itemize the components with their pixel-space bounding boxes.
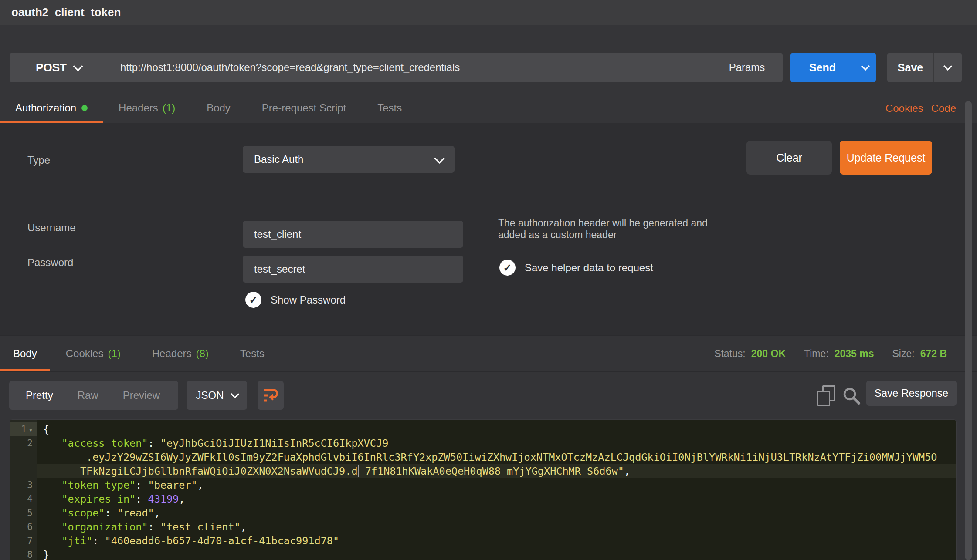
password-label: Password [27, 256, 73, 269]
size-value: 672 B [920, 348, 947, 360]
response-tab-tests[interactable]: Tests [224, 336, 280, 371]
save-button-group: Save [887, 53, 962, 82]
code-line[interactable]: 2 "access_token": "eyJhbGciOiJIUzI1NiIsI… [10, 436, 956, 450]
time-value: 2035 ms [835, 348, 874, 360]
code-text[interactable]: } [37, 548, 956, 560]
code-text[interactable]: "organization": "test_client", [37, 520, 956, 534]
method-dropdown[interactable]: POST [10, 53, 108, 82]
send-button-group: Send [790, 53, 876, 82]
response-body-editor[interactable]: 1▾{2 "access_token": "eyJhbGciOiJIUzI1Ni… [10, 419, 957, 560]
code-link[interactable]: Code [931, 102, 956, 115]
update-request-button[interactable]: Update Request [840, 141, 932, 175]
view-mode-group: PrettyRawPreview [9, 381, 178, 410]
response-toolbar: PrettyRawPreview JSON [0, 371, 977, 419]
title-bar: oauth2_client_token [0, 0, 977, 25]
clear-button[interactable]: Clear [746, 141, 832, 175]
code-text[interactable]: "access_token": "eyJhbGciOiJIUzI1NiIsInR… [37, 436, 956, 450]
response-tab-headers-label: Headers [152, 347, 192, 360]
send-button[interactable]: Send [790, 53, 855, 82]
code-line[interactable]: 7 "jti": "460eadd6-b657-4d70-a1cf-41bcac… [10, 534, 956, 548]
show-password-checkbox[interactable]: ✓ [245, 292, 261, 308]
line-number-gutter: 8 [10, 548, 37, 560]
code-text[interactable]: "token_type": "bearer", [37, 478, 956, 492]
type-label: Type [27, 154, 50, 166]
auth-type-select[interactable]: Basic Auth [243, 146, 455, 173]
code-line[interactable]: 4 "expires_in": 43199, [10, 492, 956, 506]
size-label: Size: [892, 348, 914, 360]
cookies-link[interactable]: Cookies [885, 102, 923, 115]
request-tab-headers-count: (1) [163, 102, 175, 114]
auth-type-value: Basic Auth [254, 153, 303, 165]
password-input[interactable] [243, 256, 463, 283]
chevron-down-icon [861, 62, 870, 71]
request-tab-headers-label: Headers [119, 102, 158, 114]
line-number-gutter: 2 [10, 436, 37, 450]
code-line[interactable]: 6 "organization": "test_client", [10, 520, 956, 534]
response-tab-body[interactable]: Body [0, 336, 50, 371]
url-input[interactable] [108, 61, 711, 74]
save-response-button[interactable]: Save Response [866, 381, 957, 406]
save-dropdown[interactable] [933, 53, 962, 82]
check-icon: ✓ [503, 263, 512, 273]
code-text[interactable]: .eyJzY29wZSI6WyJyZWFkIl0sIm9yZ2FuaXphdGl… [37, 450, 956, 464]
code-text[interactable]: "expires_in": 43199, [37, 492, 956, 506]
format-select[interactable]: JSON [187, 381, 247, 410]
auth-helper-note-line1: The authorization header will be generat… [498, 217, 708, 229]
auth-configured-dot [81, 105, 88, 111]
line-number: 1 [21, 424, 27, 435]
response-tab-headers[interactable]: Headers(8) [136, 336, 224, 371]
wrap-text-button[interactable] [258, 381, 284, 410]
view-mode-pretty[interactable]: Pretty [26, 389, 53, 401]
chevron-down-icon [73, 61, 83, 71]
request-tab-tests[interactable]: Tests [362, 93, 417, 123]
request-tabs: AuthorizationHeaders(1)BodyPre-request S… [0, 93, 417, 123]
request-tab-authorization[interactable]: Authorization [0, 93, 103, 123]
save-helper-label: Save helper data to request [525, 262, 653, 274]
url-field [108, 53, 711, 82]
code-line[interactable]: 3 "token_type": "bearer", [10, 478, 956, 492]
code-text[interactable]: { [37, 422, 956, 436]
code-line[interactable]: 5 "scope": "read", [10, 506, 956, 520]
format-value: JSON [196, 389, 224, 401]
show-password-row: ✓ Show Password [245, 292, 346, 308]
line-number-gutter [10, 464, 37, 478]
request-tab-body[interactable]: Body [191, 93, 246, 123]
code-text[interactable]: "scope": "read", [37, 506, 956, 520]
magnifier-glyph [841, 385, 862, 406]
request-tab-authorization-label: Authorization [15, 102, 76, 114]
check-icon: ✓ [249, 295, 258, 305]
response-tab-headers-count: (8) [196, 347, 208, 360]
code-line[interactable]: TFkNzgiLCJjbGllbnRfaWQiOiJ0ZXN0X2NsaWVud… [10, 464, 956, 478]
username-input[interactable] [243, 221, 463, 248]
save-helper-checkbox[interactable]: ✓ [499, 260, 516, 276]
view-mode-raw[interactable]: Raw [78, 389, 98, 401]
response-tab-cookies[interactable]: Cookies(1) [50, 336, 136, 371]
line-number: 3 [27, 480, 33, 490]
copy-icon[interactable] [817, 385, 835, 406]
code-text[interactable]: TFkNzgiLCJjbGllbnRfaWQiOiJ0ZXN0X2NsaWVud… [37, 464, 956, 478]
fold-caret-icon[interactable]: ▾ [29, 426, 33, 434]
request-tab-headers[interactable]: Headers(1) [103, 93, 191, 123]
params-button[interactable]: Params [711, 53, 783, 82]
send-dropdown[interactable] [855, 53, 876, 82]
search-icon[interactable] [841, 385, 862, 406]
line-number-gutter: 1▾ [10, 422, 37, 436]
request-header: POST Params Send Save AuthorizationHeade… [0, 25, 977, 124]
save-button[interactable]: Save [887, 53, 933, 82]
response-tab-tests-label: Tests [240, 347, 265, 360]
save-helper-row: ✓ Save helper data to request [499, 260, 653, 276]
response-tab-body-label: Body [13, 347, 37, 360]
code-line[interactable]: .eyJzY29wZSI6WyJyZWFkIl0sIm9yZ2FuaXphdGl… [10, 450, 956, 464]
view-mode-preview[interactable]: Preview [123, 389, 160, 401]
request-tab-pre-request-script[interactable]: Pre-request Script [246, 93, 362, 123]
request-tab-body-label: Body [207, 102, 231, 114]
app-window: oauth2_client_token POST Params Send Sav… [0, 0, 977, 560]
code-line[interactable]: 1▾{ [10, 422, 956, 436]
page-scrollbar[interactable] [965, 101, 972, 560]
method-label: POST [36, 61, 67, 74]
code-text[interactable]: "jti": "460eadd6-b657-4d70-a1cf-41bcac99… [37, 534, 956, 548]
size-meta: Size:672 B [892, 348, 947, 360]
wrap-text-icon [262, 388, 279, 403]
code-line[interactable]: 8} [10, 548, 956, 560]
line-number: 5 [27, 508, 33, 518]
